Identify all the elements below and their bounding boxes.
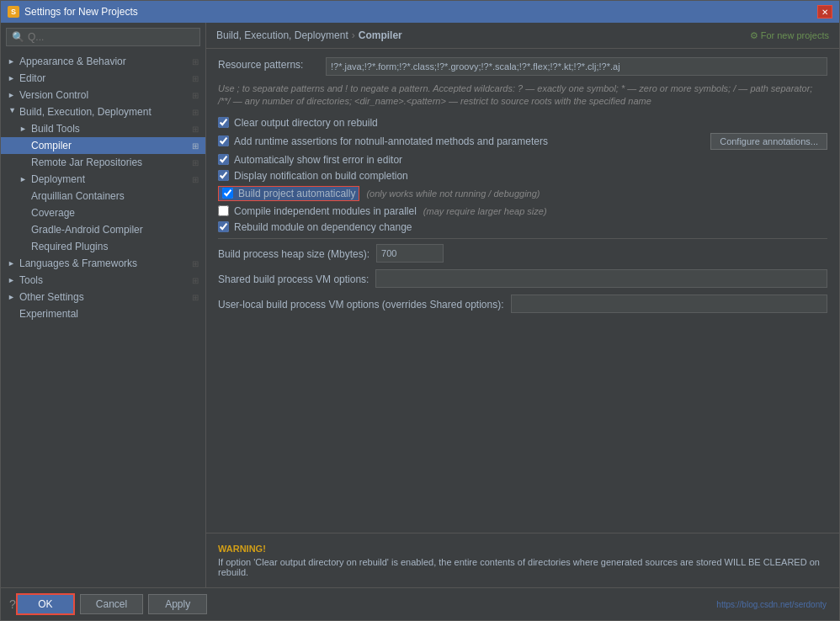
ext-icon: ⊞ xyxy=(192,175,199,184)
sidebar-item-remote-jar[interactable]: ► Remote Jar Repositories ⊞ xyxy=(1,154,205,171)
breadcrumb-current: Compiler xyxy=(359,29,402,41)
ext-icon: ⊞ xyxy=(192,108,199,117)
shared-vm-row: Shared build process VM options: xyxy=(218,269,827,288)
window-title: Settings for New Projects xyxy=(24,6,138,18)
apply-button[interactable]: Apply xyxy=(148,594,207,614)
breadcrumb-note: ⚙ For new projects xyxy=(750,30,829,41)
show-first-error-checkbox[interactable] xyxy=(218,154,229,165)
build-auto-row: Build project automatically (only works … xyxy=(218,186,827,201)
show-first-error-row: Automatically show first error in editor xyxy=(218,154,827,166)
ext-icon: ⊞ xyxy=(192,125,199,134)
build-auto-checkbox[interactable] xyxy=(222,188,233,199)
sidebar-item-languages[interactable]: ► Languages & Frameworks ⊞ xyxy=(1,255,205,272)
shared-vm-label: Shared build process VM options: xyxy=(218,272,369,285)
heap-size-row: Build process heap size (Mbytes): xyxy=(218,244,827,263)
warning-block: WARNING! If option 'Clear output directo… xyxy=(206,533,839,587)
arrow-icon: ► xyxy=(8,107,17,117)
display-notification-label: Display notification on build completion xyxy=(234,170,408,182)
sidebar-item-label: Editor xyxy=(19,72,192,84)
show-first-error-label: Automatically show first error in editor xyxy=(234,154,402,166)
sidebar-item-compiler[interactable]: ► Compiler ⊞ xyxy=(1,137,205,154)
sidebar-item-coverage[interactable]: ► Coverage xyxy=(1,204,205,221)
resource-patterns-input[interactable] xyxy=(326,57,827,76)
search-box[interactable]: 🔍 xyxy=(6,28,200,46)
heap-size-label: Build process heap size (Mbytes): xyxy=(218,247,369,260)
cancel-button[interactable]: Cancel xyxy=(80,594,143,614)
user-local-vm-row: User-local build process VM options (ove… xyxy=(218,295,827,313)
search-input[interactable] xyxy=(28,31,194,43)
heap-size-input[interactable] xyxy=(376,244,444,263)
ext-icon: ⊞ xyxy=(192,293,199,302)
footer-url: https://blog.csdn.net/serdonty xyxy=(716,600,831,609)
sidebar-item-experimental[interactable]: ► Experimental xyxy=(1,305,205,322)
compile-parallel-checkbox-row: Compile independent modules in parallel xyxy=(218,205,417,217)
sidebar-item-label: Remote Jar Repositories xyxy=(31,157,192,168)
shared-vm-input[interactable] xyxy=(375,269,827,288)
clear-output-row: Clear output directory on rebuild xyxy=(218,117,827,129)
resource-patterns-row: Resource patterns: xyxy=(218,57,827,76)
sidebar-item-editor[interactable]: ► Editor ⊞ xyxy=(1,70,205,87)
ext-icon: ⊞ xyxy=(192,57,199,66)
clear-output-checkbox[interactable] xyxy=(218,117,229,128)
sidebar-item-label: Experimental xyxy=(19,308,199,320)
runtime-assertions-checkbox[interactable] xyxy=(218,135,229,146)
arrow-icon: ► xyxy=(8,91,18,99)
sidebar-item-label: Build Tools xyxy=(31,123,192,135)
sidebar-item-tools[interactable]: ► Tools ⊞ xyxy=(1,272,205,289)
panel-content: Resource patterns: Use ; to separate pat… xyxy=(206,49,839,533)
sidebar-item-deployment[interactable]: ► Deployment ⊞ xyxy=(1,171,205,188)
sidebar-item-label: Version Control xyxy=(19,89,192,101)
ext-icon: ⊞ xyxy=(192,74,199,83)
footer: ? OK Cancel Apply https://blog.csdn.net/… xyxy=(1,587,839,620)
ext-icon: ⊞ xyxy=(192,91,199,100)
sidebar-item-label: Gradle-Android Compiler xyxy=(31,224,199,236)
help-button[interactable]: ? xyxy=(9,597,16,611)
sidebar-item-arquillian[interactable]: ► Arquillian Containers xyxy=(1,188,205,204)
sidebar-item-gradle-android[interactable]: ► Gradle-Android Compiler xyxy=(1,221,205,238)
user-local-vm-input[interactable] xyxy=(511,295,828,313)
ext-icon: ⊞ xyxy=(192,141,199,151)
sidebar-item-label: Arquillian Containers xyxy=(31,190,199,202)
runtime-assertions-label: Add runtime assertions for notnull-annot… xyxy=(234,135,548,147)
settings-window: S Settings for New Projects ✕ 🔍 ► Appear… xyxy=(0,0,840,621)
sidebar-item-label: Appearance & Behavior xyxy=(19,56,192,67)
arrow-icon: ► xyxy=(8,276,18,284)
arrow-icon: ► xyxy=(8,259,18,268)
right-panel: Build, Execution, Deployment › Compiler … xyxy=(206,23,839,587)
resource-patterns-help: Use ; to separate patterns and ! to nega… xyxy=(218,82,827,109)
user-local-vm-label: User-local build process VM options (ove… xyxy=(218,297,504,310)
sidebar-item-version-control[interactable]: ► Version Control ⊞ xyxy=(1,87,205,104)
separator xyxy=(218,238,827,239)
sidebar-item-build-exec[interactable]: ► Build, Execution, Deployment ⊞ xyxy=(1,104,205,120)
sidebar-item-label: Languages & Frameworks xyxy=(19,257,192,269)
sidebar-item-other-settings[interactable]: ► Other Settings ⊞ xyxy=(1,289,205,305)
sidebar-item-build-tools[interactable]: ► Build Tools ⊞ xyxy=(1,120,205,137)
sidebar-item-label: Required Plugins xyxy=(31,241,199,252)
display-notification-checkbox[interactable] xyxy=(218,170,229,181)
ok-button[interactable]: OK xyxy=(16,593,75,615)
build-auto-label: Build project automatically xyxy=(238,188,355,199)
sidebar-item-required-plugins[interactable]: ► Required Plugins xyxy=(1,238,205,255)
sidebar: 🔍 ► Appearance & Behavior ⊞ ► Editor ⊞ ►… xyxy=(1,23,206,587)
ext-icon: ⊞ xyxy=(192,276,199,285)
nav-tree: ► Appearance & Behavior ⊞ ► Editor ⊞ ► V… xyxy=(1,51,205,587)
arrow-icon: ► xyxy=(8,74,18,82)
sidebar-item-label: Compiler xyxy=(31,140,192,151)
configure-annotations-button[interactable]: Configure annotations... xyxy=(710,133,827,150)
arrow-icon: ► xyxy=(8,57,18,66)
rebuild-module-checkbox[interactable] xyxy=(218,221,229,232)
close-button[interactable]: ✕ xyxy=(817,5,832,19)
title-bar-left: S Settings for New Projects xyxy=(8,6,138,18)
compile-parallel-note: (may require larger heap size) xyxy=(423,206,547,216)
warning-text: If option 'Clear output directory on reb… xyxy=(218,557,827,577)
sidebar-item-appearance[interactable]: ► Appearance & Behavior ⊞ xyxy=(1,53,205,70)
warning-title: WARNING! xyxy=(218,544,266,554)
compile-parallel-checkbox[interactable] xyxy=(218,205,229,216)
rebuild-module-row: Rebuild module on dependency change xyxy=(218,221,827,233)
breadcrumb: Build, Execution, Deployment › Compiler … xyxy=(206,23,839,49)
compile-parallel-label: Compile independent modules in parallel xyxy=(234,205,417,217)
ext-icon: ⊞ xyxy=(192,158,199,167)
arrow-icon: ► xyxy=(19,125,29,133)
sidebar-item-label: Deployment xyxy=(31,173,192,185)
sidebar-item-label: Tools xyxy=(19,274,192,286)
